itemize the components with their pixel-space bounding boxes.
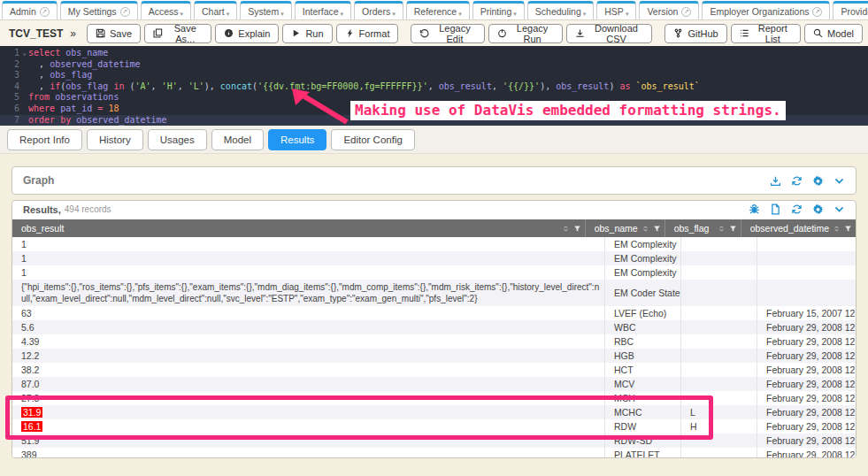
nav-tab-printing[interactable]: Printing▾: [472, 1, 525, 19]
graph-panel[interactable]: Graph: [12, 166, 856, 195]
nav-tab-employer-organizations[interactable]: Employer Organizations↗: [702, 1, 830, 19]
nav-tab-version[interactable]: Version↗: [639, 1, 699, 19]
explain-button[interactable]: Explain: [215, 24, 279, 43]
column-header-obs_flag[interactable]: obs_flag: [664, 219, 741, 237]
editor-line-3[interactable]: 3 , obs_flag: [0, 70, 868, 81]
editor-line-1[interactable]: 1⌄ select obs_name: [0, 48, 868, 59]
gear-icon[interactable]: [812, 203, 824, 215]
refresh-icon[interactable]: [791, 203, 803, 215]
sort-icon[interactable]: [833, 225, 841, 233]
filter-icon[interactable]: [653, 225, 661, 233]
table-row[interactable]: 87.0MCVFebruary 29, 2008 12:58 PM: [12, 377, 856, 391]
results-record-count: 494 records: [65, 204, 749, 214]
github-button[interactable]: GitHub: [664, 24, 726, 43]
cell-obs-flag: L: [680, 405, 757, 419]
table-row[interactable]: 389PLATELETFebruary 29, 2008 12:58 PM: [12, 448, 856, 458]
table-row[interactable]: 31.9MCHCLFebruary 29, 2008 12:58 PM: [12, 405, 856, 419]
button-label: Report List: [754, 23, 792, 44]
table-row[interactable]: 1EM Complexity: [12, 251, 856, 265]
legacy-run-button[interactable]: Legacy Run: [488, 24, 563, 43]
editor-line-4[interactable]: 4 , if(obs_flag in ('A', 'H', 'L'), conc…: [0, 81, 868, 93]
filter-icon[interactable]: [573, 225, 581, 233]
column-header-obs_name[interactable]: obs_name: [585, 219, 664, 237]
report-list-button[interactable]: Report List: [731, 24, 801, 43]
download-csv-button[interactable]: Download CSV: [566, 24, 653, 43]
external-link-icon[interactable]: ↗: [40, 7, 50, 17]
cell-observed-datetime: [757, 237, 856, 251]
menu-caret-icon: ▾: [280, 11, 284, 18]
column-header-obs_result[interactable]: obs_result: [12, 219, 585, 237]
gear-icon[interactable]: [812, 175, 824, 187]
nav-tab-reference[interactable]: Reference▾: [406, 1, 470, 19]
bug-icon[interactable]: [749, 203, 760, 215]
editor-line-2[interactable]: 2 , observed_datetime: [0, 59, 868, 71]
table-row[interactable]: 16.1RDWHFebruary 29, 2008 12:58 PM: [12, 419, 856, 434]
sort-icon[interactable]: [641, 225, 649, 233]
sort-icon[interactable]: [562, 225, 570, 233]
nav-tab-my-settings[interactable]: My Settings↗: [60, 1, 138, 19]
table-row[interactable]: 38.2HCTFebruary 29, 2008 12:58 PM: [12, 363, 856, 377]
nav-tab-label: Access: [149, 6, 179, 17]
run-button[interactable]: Run: [282, 24, 332, 43]
cell-obs-name: MCHC: [604, 405, 680, 419]
table-row[interactable]: 1EM Complexity: [12, 265, 856, 280]
cell-obs-result: 27.8: [12, 391, 604, 405]
filter-icon[interactable]: [844, 225, 852, 233]
nav-tab-access[interactable]: Access▾: [141, 1, 191, 19]
table-row[interactable]: 51.9RDW-SDFebruary 29, 2008 12:58 PM: [12, 434, 856, 448]
chevron-down-icon[interactable]: [833, 203, 845, 215]
nav-tab-orders[interactable]: Orders▾: [354, 1, 403, 19]
tab-results[interactable]: Results: [268, 129, 326, 150]
nav-tab-provider-management[interactable]: Provider Management↗: [833, 1, 868, 19]
nav-tab-interface[interactable]: Interface▾: [295, 1, 351, 19]
tab-usages[interactable]: Usages: [148, 129, 207, 150]
external-link-icon[interactable]: ↗: [120, 7, 130, 17]
cell-obs-flag: [680, 265, 757, 280]
model-button[interactable]: Model: [804, 24, 863, 43]
nav-tab-chart[interactable]: Chart▾: [194, 1, 237, 19]
results-panel-icons: [749, 203, 845, 215]
sort-icon[interactable]: [718, 225, 726, 233]
table-row[interactable]: 4.39RBCFebruary 29, 2008 12:58 PM: [12, 334, 856, 349]
tab-editor-config[interactable]: Editor Config: [331, 129, 414, 150]
external-link-icon[interactable]: ↗: [681, 7, 691, 17]
nav-tab-hsp[interactable]: HSP▾: [596, 1, 636, 19]
line-number: 5: [0, 92, 23, 104]
column-header-observed_datetime[interactable]: observed_datetime: [741, 219, 856, 237]
table-row[interactable]: 1EM Complexity: [12, 237, 856, 251]
tab-history[interactable]: History: [87, 129, 143, 150]
file-icon[interactable]: [770, 203, 781, 215]
fold-chevron-icon[interactable]: ⌄: [22, 48, 27, 59]
graph-panel-icons: [770, 175, 845, 187]
button-label: Legacy Run: [511, 23, 554, 44]
download-tray-icon[interactable]: [770, 175, 781, 187]
nav-tab-scheduling[interactable]: Scheduling▾: [527, 1, 594, 19]
table-row[interactable]: 12.2HGBFebruary 29, 2008 12:58 PM: [12, 349, 856, 363]
nav-tab-admin[interactable]: Admin↗: [2, 1, 58, 19]
filter-icon[interactable]: [729, 225, 737, 233]
table-row[interactable]: {"hpi_items":{},"ros_items":{},"pfs_item…: [12, 280, 856, 306]
refresh-icon[interactable]: [791, 175, 803, 187]
menu-caret-icon: ▾: [626, 11, 629, 18]
button-label: Save As...: [167, 23, 203, 44]
results-panel-header[interactable]: Results, 494 records: [12, 201, 856, 216]
format-button[interactable]: Format: [336, 24, 399, 43]
tab-model[interactable]: Model: [211, 129, 264, 150]
save-button[interactable]: Save: [87, 24, 141, 43]
save-icon: [96, 28, 105, 38]
table-row[interactable]: 63LVEF (Echo)February 15, 2007 12:00 AM: [12, 306, 856, 320]
history-icon: [419, 28, 429, 38]
table-row[interactable]: 27.8MCHFebruary 29, 2008 12:58 PM: [12, 391, 856, 405]
tab-report-info[interactable]: Report Info: [7, 129, 82, 150]
chevron-down-icon[interactable]: [833, 175, 845, 187]
legacy-edit-button[interactable]: Legacy Edit: [411, 24, 484, 43]
code-text: select obs_name: [23, 48, 108, 59]
external-link-icon[interactable]: ↗: [812, 7, 822, 17]
report-expander[interactable]: »: [70, 27, 76, 40]
cell-obs-result: {"hpi_items":{},"ros_items":{},"pfs_item…: [12, 280, 604, 306]
cell-obs-name: HGB: [604, 349, 680, 363]
cell-obs-name: HCT: [604, 363, 680, 377]
save-as--button[interactable]: Save As...: [144, 24, 211, 43]
nav-tab-system[interactable]: System▾: [240, 1, 292, 19]
table-row[interactable]: 5.6WBCFebruary 29, 2008 12:58 PM: [12, 320, 856, 334]
